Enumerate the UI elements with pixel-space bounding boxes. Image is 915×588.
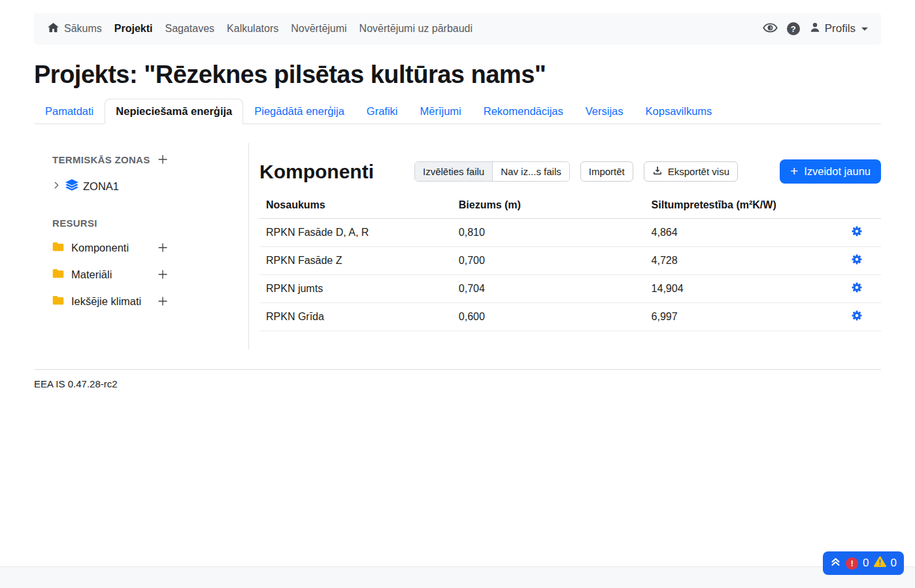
error-circle-icon: !: [846, 557, 858, 570]
sidebar-item-ieksejie-klimati: Iekšējie klimati: [52, 293, 169, 309]
choose-file-button[interactable]: Izvēlēties failu: [415, 162, 493, 181]
table-header-row: Nosaukums Biezums (m) Siltumpretestība (…: [259, 195, 881, 219]
component-resistance: 4,728: [645, 247, 844, 275]
import-button[interactable]: Importēt: [580, 161, 633, 182]
components-table: Nosaukums Biezums (m) Siltumpretestība (…: [259, 195, 881, 331]
tab-merijumi[interactable]: Mērījumi: [409, 99, 473, 123]
nav-item-sakums[interactable]: Sākums: [47, 22, 102, 37]
app-version: EEA IS 0.47.28-rc2: [34, 378, 881, 389]
table-row: RPKN Fasāde D, A, R 0,810 4,864: [259, 219, 881, 247]
resource-label-komponenti[interactable]: Komponenti: [71, 242, 129, 254]
gear-icon: [851, 225, 863, 237]
download-icon: [652, 165, 663, 178]
profile-menu[interactable]: Profils: [809, 22, 868, 37]
user-icon: [809, 22, 821, 37]
settings-button[interactable]: [851, 310, 863, 321]
tab-versijas[interactable]: Versijas: [574, 99, 635, 123]
help-button[interactable]: ?: [787, 22, 800, 35]
home-icon: [47, 22, 59, 37]
sidebar-item-zona1[interactable]: ZONA1: [52, 178, 230, 194]
resource-label-materiali[interactable]: Materiāli: [71, 269, 112, 281]
question-icon: ?: [787, 22, 800, 35]
column-header-actions: [844, 195, 881, 219]
nav-item-label: Kalkulators: [227, 23, 278, 35]
nav-item-kalkulators[interactable]: Kalkulators: [227, 23, 278, 35]
bottom-bar: [0, 566, 915, 588]
table-row: RPKN Fasāde Z 0,700 4,728: [259, 247, 881, 275]
gear-icon: [851, 310, 863, 321]
resources-label: RESURSI: [52, 218, 97, 229]
add-zone-button[interactable]: [157, 154, 169, 165]
view-button[interactable]: [763, 20, 778, 37]
component-resistance: 6,997: [645, 303, 844, 331]
component-name: RPKN jumts: [259, 275, 452, 303]
warning-count: 0: [891, 557, 897, 570]
nav-item-sagataves[interactable]: Sagataves: [165, 23, 214, 35]
status-widget-button[interactable]: ! 0 0: [823, 551, 904, 575]
export-all-button[interactable]: Eksportēt visu: [644, 161, 738, 182]
plus-icon: [157, 269, 169, 280]
column-header-nosaukums: Nosaukums: [259, 195, 452, 219]
settings-button[interactable]: [851, 282, 863, 293]
nav-menu: Sākums Projekti Sagataves Kalkulators No…: [47, 22, 473, 37]
nav-item-novertejumi[interactable]: Novērtējumi: [291, 23, 346, 35]
tab-pamatdati[interactable]: Pamatdati: [34, 99, 105, 123]
main-panel: Komponenti Izvēlēties failu Nav iz...s f…: [249, 143, 881, 350]
thermal-zones-label: TERMISKĀS ZONAS: [52, 154, 150, 165]
tab-piegadata-energija[interactable]: Piegādātā enerģija: [243, 99, 356, 123]
nav-item-novertejumi-uz-parbaudi[interactable]: Novērtējumi uz pārbaudi: [359, 23, 473, 35]
navbar-right: ? Profils: [763, 20, 868, 37]
export-button-label: Eksportēt visu: [668, 166, 729, 177]
tab-grafiki[interactable]: Grafiki: [356, 99, 409, 123]
eye-icon: [763, 20, 778, 37]
create-button-label: Izveidot jaunu: [804, 165, 871, 178]
plus-icon: [157, 295, 169, 307]
folder-icon: [52, 269, 64, 281]
import-button-label: Importēt: [589, 166, 625, 177]
tab-kopsavilkums[interactable]: Kopsavilkums: [635, 99, 724, 123]
create-new-button[interactable]: + Izveidot jaunu: [780, 159, 881, 184]
section-heading: Komponenti: [259, 161, 374, 183]
resource-label-ieksejie-klimati[interactable]: Iekšējie klimati: [71, 295, 141, 308]
content-area: TERMISKĀS ZONAS ZONA1 RESURSI Komponenti: [34, 143, 881, 350]
column-header-siltumpretestiba: Siltumpretestība (m²K/W): [645, 195, 844, 219]
file-input-value: Nav iz...s fails: [493, 162, 569, 181]
folder-icon: [52, 295, 64, 308]
settings-button[interactable]: [851, 253, 863, 265]
column-header-biezums: Biezums (m): [452, 195, 645, 219]
file-input[interactable]: Izvēlēties failu Nav iz...s fails: [414, 161, 570, 182]
component-resistance: 14,904: [645, 275, 844, 303]
nav-item-label: Sākums: [64, 23, 102, 35]
error-count: 0: [863, 557, 869, 570]
component-name: RPKN Fasāde Z: [259, 247, 452, 275]
folder-icon: [52, 242, 64, 254]
tab-nepieciesama-energija[interactable]: Nepieciešamā enerģija: [105, 99, 243, 124]
thermal-zones-header: TERMISKĀS ZONAS: [52, 154, 169, 165]
nav-item-projekti[interactable]: Projekti: [114, 23, 153, 35]
table-row: RPKN jumts 0,704 14,904: [259, 275, 881, 303]
nav-item-label: Projekti: [114, 23, 153, 35]
plus-icon: +: [790, 164, 798, 178]
component-resistance: 4,864: [645, 219, 844, 247]
add-ieksejie-klimati-button[interactable]: [157, 295, 169, 307]
component-thickness: 0,704: [452, 275, 645, 303]
settings-button[interactable]: [851, 225, 863, 237]
chevron-right-icon[interactable]: [52, 180, 61, 192]
sidebar-item-materiali: Materiāli: [52, 267, 169, 282]
page-title: Projekts: "Rēzeknes pilsētas kultūras na…: [34, 61, 881, 89]
chevron-down-icon: [861, 27, 868, 31]
component-thickness: 0,600: [452, 303, 645, 331]
project-tabs: Pamatdati Nepieciešamā enerģija Piegādāt…: [34, 99, 881, 124]
footer-divider: [34, 369, 881, 370]
component-thickness: 0,810: [452, 219, 645, 247]
zone-label: ZONA1: [83, 180, 119, 193]
tab-rekomendacijas[interactable]: Rekomendācijas: [473, 99, 574, 123]
add-komponenti-button[interactable]: [157, 242, 169, 253]
sidebar-item-komponenti: Komponenti: [52, 240, 169, 255]
gear-icon: [851, 282, 863, 293]
angles-up-icon: [830, 556, 841, 570]
add-materiali-button[interactable]: [157, 269, 169, 280]
nav-item-label: Sagataves: [165, 23, 214, 35]
table-row: RPKN Grīda 0,600 6,997: [259, 303, 881, 331]
profile-label: Profils: [825, 22, 856, 35]
